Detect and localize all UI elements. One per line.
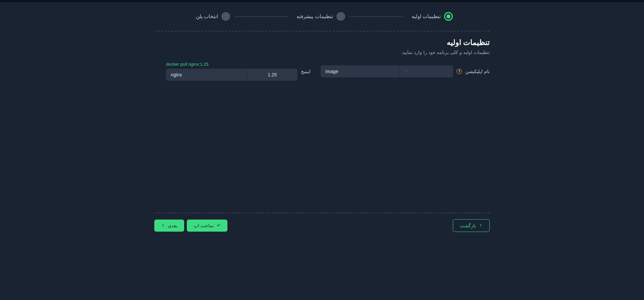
section-title: تنظیمات اولیه [154, 38, 490, 47]
back-button[interactable]: بازگشت [453, 219, 490, 232]
app-name-label: نام اپلیکیشن [465, 69, 490, 74]
app-name-input-group [321, 65, 453, 77]
help-icon[interactable]: ? [457, 69, 462, 74]
form-row: نام اپلیکیشن ? ایمیج docker pull nginx:1… [154, 62, 490, 81]
check-icon [216, 223, 221, 228]
step-connector [349, 16, 403, 17]
step-label: انتخاب پلن [196, 13, 218, 19]
app-name-namespace-select[interactable] [399, 65, 453, 77]
step-label: تنظیمات پیشرفته [297, 13, 333, 19]
chevron-left-icon [161, 223, 165, 228]
step-initial-settings[interactable]: تنظیمات اولیه [407, 12, 453, 21]
app-name-input[interactable] [321, 65, 399, 77]
footer-actions: بازگشت ساخت اپ بعدی [154, 213, 490, 232]
step-circle [336, 12, 345, 21]
image-label: ایمیج [301, 69, 311, 74]
next-button[interactable]: بعدی [154, 220, 184, 232]
image-tag-input[interactable] [247, 69, 298, 81]
stepper: تنظیمات اولیه تنظیمات پیشرفته انتخاب پلن [154, 12, 490, 21]
primary-button-group: ساخت اپ بعدی [154, 220, 227, 232]
step-circle-active [444, 12, 453, 21]
image-name-input[interactable] [166, 69, 247, 81]
next-button-label: بعدی [168, 223, 177, 228]
step-advanced-settings[interactable]: تنظیمات پیشرفته [292, 12, 345, 21]
chevron-down-icon [404, 69, 408, 74]
step-select-plan[interactable]: انتخاب پلن [191, 12, 230, 21]
docker-pull-hint: docker pull nginx:1.25 [166, 62, 298, 67]
section-subtitle: تنظیمات اولیه و کلی برنامه خود را وارد ن… [154, 50, 490, 55]
create-app-label: ساخت اپ [194, 223, 214, 228]
step-circle [221, 12, 230, 21]
create-app-button[interactable]: ساخت اپ [187, 220, 227, 232]
image-field-group: ایمیج docker pull nginx:1.25 [166, 62, 311, 81]
step-label: تنظیمات اولیه [412, 13, 441, 19]
chevron-right-icon [479, 223, 483, 228]
back-button-label: بازگشت [460, 223, 476, 228]
step-connector [234, 16, 288, 17]
app-name-field-group: نام اپلیکیشن ? [321, 65, 490, 77]
